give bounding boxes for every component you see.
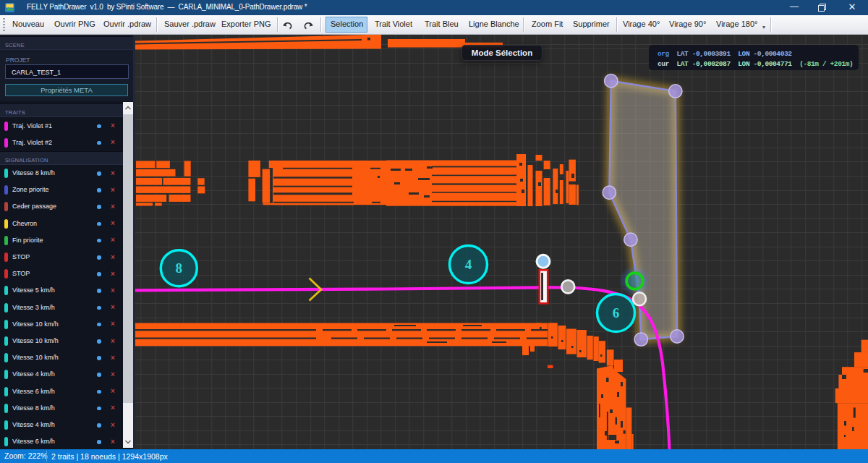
svg-text:6: 6 <box>613 305 620 320</box>
svg-text:8: 8 <box>176 260 183 276</box>
svg-text:4: 4 <box>465 257 472 272</box>
